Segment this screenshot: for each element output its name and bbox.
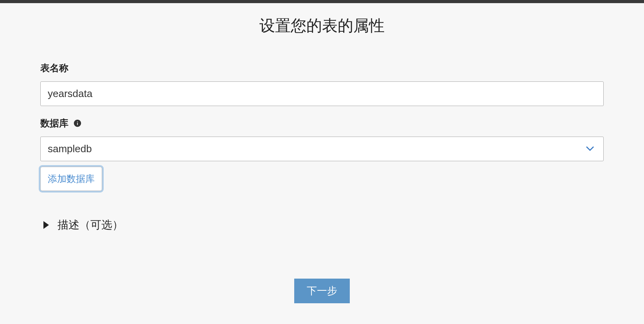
database-group: 数据库 sampledb 添加数据库 xyxy=(40,117,604,191)
description-label: 描述（可选） xyxy=(58,218,123,232)
database-select-container: sampledb xyxy=(40,137,604,161)
table-name-group: 表名称 xyxy=(40,62,604,106)
table-name-label-text: 表名称 xyxy=(40,62,68,74)
form-container: 表名称 数据库 sampledb 添加 xyxy=(40,62,604,303)
info-icon[interactable] xyxy=(73,119,82,128)
next-button[interactable]: 下一步 xyxy=(294,279,350,303)
database-select[interactable]: sampledb xyxy=(40,137,604,161)
page-title: 设置您的表的属性 xyxy=(0,15,644,36)
database-label-text: 数据库 xyxy=(40,117,68,130)
table-name-label: 表名称 xyxy=(40,62,604,74)
next-button-container: 下一步 xyxy=(40,279,604,303)
content-wrapper: 设置您的表的属性 表名称 数据库 sampledb xyxy=(0,3,644,303)
table-name-input[interactable] xyxy=(40,81,604,106)
description-section[interactable]: 描述（可选） xyxy=(40,218,604,232)
database-label: 数据库 xyxy=(40,117,604,130)
triangle-right-icon xyxy=(43,221,49,229)
add-database-button[interactable]: 添加数据库 xyxy=(40,167,102,191)
top-bar xyxy=(0,0,644,3)
